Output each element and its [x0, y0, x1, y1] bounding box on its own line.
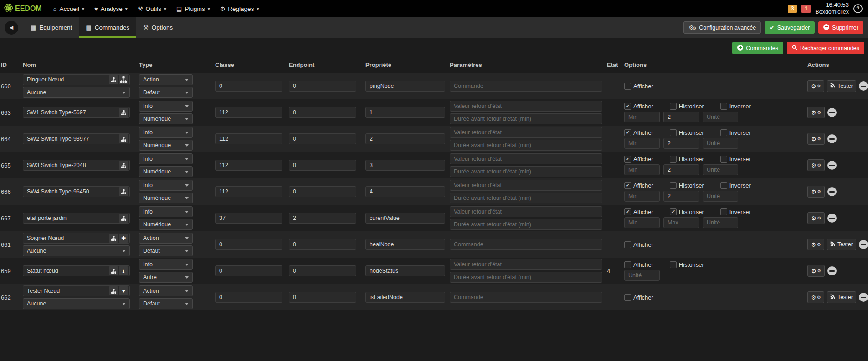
- linked-value-select[interactable]: Aucune: [23, 87, 130, 98]
- error-badge[interactable]: 1: [801, 5, 811, 13]
- command-name-input[interactable]: SW2 Switch Type-93977: [23, 133, 130, 144]
- type-select[interactable]: Action: [139, 233, 193, 244]
- classe-input[interactable]: 112: [215, 107, 282, 118]
- afficher-checkbox[interactable]: Afficher: [624, 241, 653, 248]
- advanced-config-button[interactable]: ⚙⚙ Configuration avancée: [683, 21, 761, 34]
- linked-value-select[interactable]: Aucune: [23, 245, 130, 256]
- historiser-checkbox[interactable]: Historiser: [670, 182, 704, 189]
- type-select[interactable]: Info: [139, 127, 193, 138]
- propriete-input[interactable]: isFailedNode: [365, 292, 445, 303]
- inverser-checkbox[interactable]: Inverser: [720, 103, 751, 110]
- tab-options[interactable]: ⚒ Options: [136, 17, 180, 38]
- checkbox-box[interactable]: [670, 103, 677, 110]
- endpoint-input[interactable]: 0: [289, 239, 356, 250]
- remove-command-button[interactable]: [827, 161, 837, 170]
- propriete-input[interactable]: healNode: [365, 239, 445, 250]
- duree-retour-input[interactable]: Durée avant retour d'état (min): [450, 140, 602, 151]
- remove-command-button[interactable]: [827, 108, 837, 117]
- configure-command-button[interactable]: ⚙⚙: [807, 80, 824, 92]
- tester-button[interactable]: Tester: [827, 239, 856, 250]
- checkbox-box[interactable]: [624, 261, 631, 268]
- configure-command-button[interactable]: ⚙⚙: [807, 107, 825, 118]
- remove-command-button[interactable]: [859, 240, 868, 249]
- type-select[interactable]: Info: [139, 259, 193, 270]
- min-input[interactable]: Min: [624, 164, 660, 175]
- classe-input[interactable]: 112: [215, 186, 282, 197]
- command-name-input[interactable]: SW3 Switch Type-2048: [23, 160, 130, 171]
- endpoint-input[interactable]: 0: [289, 107, 356, 118]
- afficher-checkbox[interactable]: Afficher: [624, 261, 653, 268]
- checkbox-box[interactable]: [720, 103, 727, 110]
- help-icon[interactable]: ?: [853, 4, 863, 13]
- remove-command-button[interactable]: [827, 134, 837, 143]
- inverser-checkbox[interactable]: Inverser: [720, 182, 751, 189]
- afficher-checkbox[interactable]: Afficher: [624, 103, 653, 110]
- configure-command-button[interactable]: ⚙⚙: [807, 186, 825, 198]
- unite-input[interactable]: Unité: [703, 138, 738, 149]
- checkbox-box[interactable]: [670, 182, 677, 189]
- classe-input[interactable]: 0: [215, 265, 282, 276]
- endpoint-input[interactable]: 0: [289, 292, 356, 303]
- checkbox-box[interactable]: [624, 294, 631, 301]
- checkbox-box[interactable]: [720, 129, 727, 136]
- warning-badge[interactable]: 3: [788, 5, 797, 13]
- historiser-checkbox[interactable]: Historiser: [670, 129, 704, 136]
- max-input[interactable]: 2: [663, 164, 699, 175]
- subtype-select[interactable]: Numérique: [139, 166, 193, 177]
- remove-command-button[interactable]: [827, 187, 837, 196]
- subtype-select[interactable]: Défaut: [139, 298, 193, 309]
- checkbox-box[interactable]: [720, 156, 727, 163]
- checkbox-box[interactable]: [624, 156, 631, 163]
- tester-button[interactable]: Tester: [827, 80, 856, 92]
- historiser-checkbox[interactable]: Historiser: [670, 261, 704, 268]
- afficher-checkbox[interactable]: Afficher: [624, 129, 653, 136]
- propriete-input[interactable]: 4: [365, 186, 445, 197]
- user-menu[interactable]: 16:40:53 Boxdomicilex: [815, 1, 849, 16]
- command-name-input[interactable]: Tester Nœud ♥: [23, 285, 130, 296]
- duree-retour-input[interactable]: Durée avant retour d'état (min): [450, 193, 602, 203]
- propriete-input[interactable]: nodeStatus: [365, 265, 445, 276]
- configure-command-button[interactable]: ⚙⚙: [807, 133, 825, 145]
- valeur-retour-input[interactable]: Valeur retour d'état: [450, 180, 602, 191]
- checkbox-box[interactable]: [720, 208, 727, 215]
- duree-retour-input[interactable]: Durée avant retour d'état (min): [450, 113, 602, 124]
- configure-command-button[interactable]: ⚙⚙: [807, 265, 825, 277]
- subtype-select[interactable]: Défaut: [139, 87, 193, 98]
- checkbox-box[interactable]: [670, 129, 677, 136]
- add-commands-button[interactable]: Commandes: [732, 42, 783, 54]
- endpoint-input[interactable]: 0: [289, 133, 356, 144]
- type-select[interactable]: Info: [139, 101, 193, 112]
- propriete-input[interactable]: 1: [365, 107, 445, 118]
- configure-command-button[interactable]: ⚙⚙: [807, 159, 825, 171]
- propriete-input[interactable]: pingNode: [365, 81, 445, 92]
- reload-commands-button[interactable]: Recharger commandes: [787, 42, 864, 54]
- type-select[interactable]: Action: [139, 285, 193, 296]
- endpoint-input[interactable]: 0: [289, 81, 356, 92]
- tab-equipement[interactable]: ▦ Equipement: [24, 17, 79, 38]
- historiser-checkbox[interactable]: Historiser: [670, 156, 704, 163]
- classe-input[interactable]: 112: [215, 133, 282, 144]
- afficher-checkbox[interactable]: Afficher: [624, 156, 653, 163]
- min-input[interactable]: Min: [624, 217, 660, 228]
- inverser-checkbox[interactable]: Inverser: [720, 208, 751, 215]
- remove-command-button[interactable]: [827, 214, 837, 223]
- delete-button[interactable]: Supprimer: [818, 21, 863, 34]
- subtype-select[interactable]: Défaut: [139, 245, 193, 256]
- endpoint-input[interactable]: 0: [289, 265, 356, 276]
- command-name-input[interactable]: Soigner Nœud ✚: [23, 233, 130, 244]
- valeur-retour-input[interactable]: Valeur retour d'état: [450, 127, 602, 138]
- command-name-input[interactable]: SW4 Switch Type-96450: [23, 186, 130, 197]
- duree-retour-input[interactable]: Durée avant retour d'état (min): [450, 219, 602, 230]
- afficher-checkbox[interactable]: Afficher: [624, 182, 653, 189]
- max-input[interactable]: Max: [663, 217, 699, 228]
- jeedom-logo[interactable]: EEDOM: [4, 3, 42, 15]
- unite-input[interactable]: Unité: [624, 270, 660, 281]
- valeur-retour-input[interactable]: Valeur retour d'état: [450, 259, 602, 270]
- unite-input[interactable]: Unité: [703, 191, 738, 202]
- subtype-select[interactable]: Autre: [139, 272, 193, 283]
- command-name-input[interactable]: Pinguer Nœud: [23, 74, 130, 85]
- min-input[interactable]: Min: [624, 138, 660, 149]
- menu-outils[interactable]: ⚒ Outils ▾: [133, 0, 171, 17]
- valeur-retour-input[interactable]: Valeur retour d'état: [450, 101, 602, 112]
- classe-input[interactable]: 112: [215, 160, 282, 171]
